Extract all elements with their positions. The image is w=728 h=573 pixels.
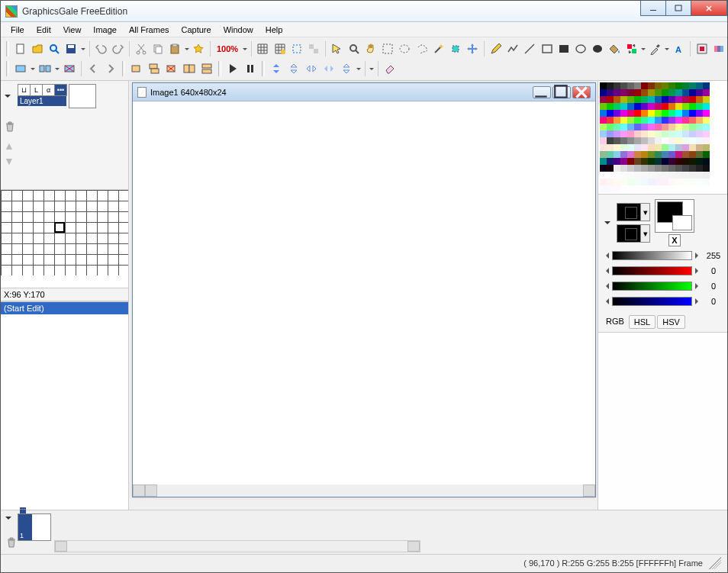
palette-color[interactable]	[634, 158, 641, 165]
palette-color[interactable]	[675, 89, 682, 96]
palette-color[interactable]	[600, 137, 607, 144]
hand-tool-button[interactable]	[362, 40, 378, 57]
text-button[interactable]: A	[671, 40, 687, 57]
frames-scrollbar[interactable]	[54, 540, 420, 552]
palette-color[interactable]	[689, 172, 696, 179]
swap-colors-button[interactable]: X	[668, 234, 681, 246]
antialias-button[interactable]	[694, 40, 710, 57]
lasso-button[interactable]	[414, 40, 430, 57]
palette-color[interactable]	[689, 151, 696, 158]
palette-color[interactable]	[682, 117, 689, 124]
palette-color[interactable]	[668, 144, 675, 151]
pause-button[interactable]	[242, 60, 259, 77]
green-inc-button[interactable]	[695, 283, 701, 289]
palette-color[interactable]	[600, 89, 607, 96]
snap-button[interactable]	[288, 40, 304, 57]
doc-maximize-button[interactable]	[552, 86, 571, 98]
palette-color[interactable]	[634, 151, 641, 158]
delete-layer-icon[interactable]	[4, 121, 16, 133]
palette-color[interactable]	[662, 110, 668, 117]
connected-line-button[interactable]	[504, 40, 520, 57]
green-slider[interactable]	[612, 282, 692, 291]
palette-color[interactable]	[641, 96, 648, 103]
frame-tool-2[interactable]	[37, 60, 53, 77]
palette-color[interactable]	[703, 151, 710, 158]
palette-color[interactable]	[703, 185, 710, 192]
palette-color[interactable]	[689, 130, 696, 137]
blue-dec-button[interactable]	[603, 298, 609, 304]
menu-view[interactable]: View	[58, 24, 87, 36]
palette-color[interactable]	[634, 185, 641, 192]
scroll-right-button[interactable]	[583, 484, 595, 497]
color-panel-menu[interactable]	[603, 218, 612, 227]
rotate-2-button[interactable]	[285, 60, 302, 77]
preview-button[interactable]	[46, 40, 62, 57]
palette-color[interactable]	[689, 165, 696, 172]
window-close-button[interactable]	[691, 1, 727, 16]
horizontal-scrollbar[interactable]	[133, 484, 595, 497]
palette-color[interactable]	[696, 151, 703, 158]
palette-color[interactable]	[655, 158, 662, 165]
palette-color[interactable]	[600, 185, 607, 192]
palette-color[interactable]	[655, 165, 662, 172]
palette-color[interactable]	[641, 103, 648, 110]
navigator-preview[interactable]	[1, 189, 128, 288]
brightness-inc-button[interactable]	[695, 253, 701, 259]
palette-color[interactable]	[668, 82, 675, 89]
palette-color[interactable]	[641, 172, 648, 179]
palette-color[interactable]	[627, 151, 634, 158]
brightness-dec-button[interactable]	[603, 253, 609, 259]
red-slider[interactable]	[612, 266, 692, 275]
palette-color[interactable]	[627, 82, 634, 89]
frame-tool-3[interactable]	[61, 60, 78, 77]
cut-button[interactable]	[133, 40, 149, 57]
palette-color[interactable]	[696, 165, 703, 172]
palette-color[interactable]	[696, 179, 703, 185]
palette-color[interactable]	[600, 124, 607, 130]
palette-color[interactable]	[689, 144, 696, 151]
frame-tool-1[interactable]	[12, 60, 29, 77]
palette-color[interactable]	[607, 130, 614, 137]
menu-help[interactable]: Help	[260, 24, 288, 36]
redo-button[interactable]	[110, 40, 126, 57]
palette-color[interactable]	[607, 158, 614, 165]
palette-color[interactable]	[675, 137, 682, 144]
palette-color[interactable]	[620, 165, 627, 172]
palette-color[interactable]	[703, 82, 710, 89]
layer-thumbnail[interactable]	[69, 84, 96, 108]
resize-grip[interactable]	[709, 557, 721, 569]
palette-color[interactable]	[682, 124, 689, 130]
palette-color[interactable]	[662, 172, 668, 179]
palette-color[interactable]	[675, 144, 682, 151]
palette-color[interactable]	[689, 96, 696, 103]
menu-all-frames[interactable]: All Frames	[124, 24, 175, 36]
palette-color[interactable]	[696, 110, 703, 117]
ellipse-select-button[interactable]	[397, 40, 413, 57]
palette-color[interactable]	[648, 179, 655, 185]
frames-scroll-left[interactable]	[55, 541, 67, 552]
delete-frame-icon[interactable]	[5, 536, 18, 549]
palette-color[interactable]	[627, 179, 634, 185]
palette-color[interactable]	[675, 158, 682, 165]
palette-color[interactable]	[620, 185, 627, 192]
layer-tool-5[interactable]	[198, 60, 215, 77]
frames-scroll-right[interactable]	[407, 541, 420, 552]
red-inc-button[interactable]	[695, 268, 701, 274]
palette-color[interactable]	[620, 151, 627, 158]
menu-window[interactable]: Window	[218, 24, 259, 36]
palette-color[interactable]	[682, 89, 689, 96]
filled-ellipse-button[interactable]	[590, 40, 606, 57]
palette-color[interactable]	[620, 110, 627, 117]
primary-color-swatch[interactable]: ▾	[617, 203, 650, 221]
ellipse-button[interactable]	[572, 40, 588, 57]
move-button[interactable]	[465, 40, 481, 57]
paste-dropdown[interactable]	[184, 40, 190, 57]
palette-color[interactable]	[703, 165, 710, 172]
pencil-button[interactable]	[488, 40, 504, 57]
palette-color[interactable]	[668, 130, 675, 137]
palette-color[interactable]	[675, 179, 682, 185]
palette-color[interactable]	[600, 179, 607, 185]
palette-color[interactable]	[627, 130, 634, 137]
palette-color[interactable]	[648, 151, 655, 158]
frame-tool-2-dropdown[interactable]	[54, 60, 60, 77]
